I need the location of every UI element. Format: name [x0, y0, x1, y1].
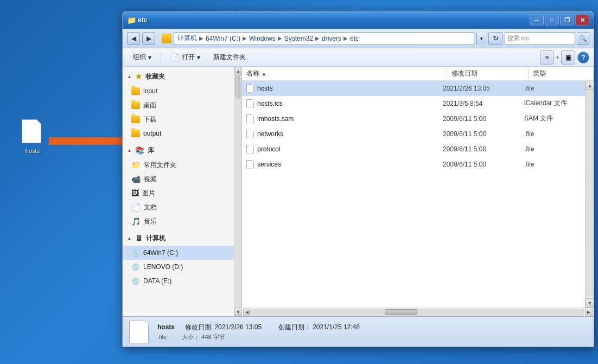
file-list-scrollbar[interactable]: ▲ ▼ [585, 81, 594, 308]
sidebar-item-drive-d-label: LENOVO (D:) [143, 263, 183, 271]
sidebar-scrollbar[interactable]: ▲ ▼ [234, 67, 241, 316]
file-icon-hosts-ics [246, 99, 254, 108]
status-info: hosts 修改日期: 2021/2/26 13:05 创建日期： 2021/1… [157, 323, 587, 341]
file-icon-services [246, 160, 254, 169]
status-filename: hosts [157, 323, 175, 331]
sidebar-item-input-label: input [143, 87, 157, 95]
drive-d-icon: 💿 [131, 263, 140, 271]
file-icon-protocol [246, 145, 254, 154]
sidebar-item-drive-e[interactable]: 💿 DATA (E:) [123, 274, 241, 288]
addr-windows[interactable]: Windows [249, 35, 276, 42]
address-dropdown-button[interactable]: ▾ [476, 33, 486, 44]
file-type-networks: .file [520, 130, 585, 138]
file-scroll-track[interactable] [586, 90, 594, 298]
sidebar-library-header[interactable]: ▲ 📚 库 [123, 143, 241, 158]
hscroll-right-button[interactable]: ▶ [585, 309, 593, 316]
file-type-protocol: .file [520, 145, 585, 153]
file-row-protocol[interactable]: protocol 2009/6/11 5:00 .file [242, 142, 585, 157]
sidebar-computer-label: 计算机 [146, 234, 166, 243]
sidebar-scroll-down[interactable]: ▼ [234, 308, 242, 316]
sidebar-item-common-folders[interactable]: 📁 常用文件夹 [123, 158, 241, 172]
sidebar-computer-header[interactable]: ▲ 🖥 计算机 [123, 231, 241, 246]
status-file-icon [129, 321, 149, 343]
file-date-services: 2009/6/11 5:00 [438, 161, 520, 168]
file-list-hscrollbar[interactable]: ◀ ▶ [242, 308, 594, 316]
common-folders-icon: 📁 [131, 161, 141, 169]
maximize-button[interactable]: ❐ [560, 15, 574, 25]
file-row-services[interactable]: services 2009/6/11 5:00 .file [242, 157, 585, 172]
col-header-date[interactable]: 修改日期 [447, 67, 529, 80]
col-header-type[interactable]: 类型 [529, 67, 594, 80]
documents-icon: 📄 [131, 203, 141, 212]
organize-button[interactable]: 组织 ▾ [127, 50, 157, 65]
sidebar-scroll-track[interactable] [234, 75, 241, 308]
status-bar: hosts 修改日期: 2021/2/26 13:05 创建日期： 2021/1… [123, 316, 594, 347]
status-size-value: 448 字节 [201, 334, 225, 340]
sidebar-item-drive-d[interactable]: 💿 LENOVO (D:) [123, 260, 241, 274]
refresh-button[interactable]: ↻ [488, 32, 502, 45]
sidebar-scroll-thumb[interactable] [235, 76, 240, 98]
sidebar-section-computer: ▲ 🖥 计算机 💿 64Win7 (C:) 💿 LENOVO (D:) 💿 [123, 231, 241, 288]
file-name-hosts: hosts [242, 84, 438, 93]
sidebar-item-pictures-label: 图片 [142, 189, 155, 198]
video-icon: 📹 [131, 175, 141, 183]
view-toggle-button[interactable]: ≡ [540, 50, 554, 65]
sidebar-item-pictures[interactable]: 🖼 图片 [123, 186, 241, 200]
file-row-hosts[interactable]: hosts 2021/2/26 13:05 .file [242, 81, 585, 96]
col-header-name[interactable]: 名称 ▲ [242, 67, 447, 80]
open-button[interactable]: 📄 打开 ▾ [164, 50, 206, 65]
hscroll-thumb[interactable] [385, 309, 417, 315]
addr-computer[interactable]: 计算机 [177, 34, 197, 43]
sidebar-item-common-folders-label: 常用文件夹 [144, 161, 176, 170]
file-name-protocol: protocol [242, 145, 438, 154]
title-bar-left: 📁 etc [127, 16, 530, 24]
addr-drive[interactable]: 64Win7 (C:) [206, 35, 240, 42]
sidebar-item-video[interactable]: 📹 视频 [123, 172, 241, 186]
preview-pane-button[interactable]: ▣ [561, 50, 575, 65]
sidebar-favorites-header[interactable]: ▲ ★ 收藏夹 [123, 69, 241, 84]
addr-drivers[interactable]: drivers [322, 35, 341, 42]
file-row-hosts-ics[interactable]: hosts.ics 2021/3/5 8:54 iCalendar 文件 [242, 96, 585, 111]
desktop-icon-hosts[interactable]: hosts [15, 119, 50, 154]
search-box[interactable]: 搜索 etc [505, 32, 575, 45]
favorites-label: 收藏夹 [145, 72, 165, 81]
file-row-lmhosts[interactable]: lmhosts.sam 2009/6/11 5:00 SAM 文件 [242, 111, 585, 126]
file-row-networks[interactable]: networks 2009/6/11 5:00 .file [242, 126, 585, 142]
sidebar-item-music[interactable]: 🎵 音乐 [123, 214, 241, 228]
sidebar-item-downloads[interactable]: 下载 [123, 112, 241, 126]
addr-etc[interactable]: etc [350, 35, 359, 42]
folder-icon-output [131, 130, 140, 137]
pictures-icon: 🖼 [131, 189, 139, 197]
file-date-lmhosts: 2009/6/11 5:00 [438, 115, 520, 123]
library-chevron: ▲ [127, 148, 132, 153]
addr-system32[interactable]: System32 [284, 35, 313, 42]
sidebar-item-drive-c[interactable]: 💿 64Win7 (C:) [123, 246, 241, 260]
restore-button[interactable]: □ [545, 15, 559, 25]
hscroll-track[interactable] [252, 309, 584, 316]
file-list-header: 名称 ▲ 修改日期 类型 [242, 67, 594, 81]
sidebar-item-music-label: 音乐 [144, 217, 157, 226]
hscroll-left-button[interactable]: ◀ [243, 309, 251, 316]
new-folder-button[interactable]: 新建文件夹 [207, 50, 252, 65]
sidebar-scroll-up[interactable]: ▲ [234, 67, 242, 75]
sidebar-library-label: 库 [148, 146, 154, 155]
sidebar-item-output[interactable]: output [123, 126, 241, 141]
sidebar: ▲ ★ 收藏夹 input 桌面 下载 [123, 67, 242, 316]
address-bar[interactable]: 计算机 ▶ 64Win7 (C:) ▶ Windows ▶ System32 ▶… [174, 32, 474, 45]
library-icon: 📚 [135, 146, 144, 155]
sidebar-item-documents[interactable]: 📄 文档 [123, 200, 241, 214]
toolbar-right: ≡ ▾ ▣ ? [540, 50, 589, 65]
sidebar-item-documents-label: 文档 [144, 203, 157, 212]
sidebar-item-drive-c-label: 64Win7 (C:) [143, 249, 178, 257]
file-scroll-down[interactable]: ▼ [586, 298, 594, 308]
close-button[interactable]: ✕ [575, 15, 589, 25]
back-button[interactable]: ◀ [127, 32, 140, 45]
minimize-button[interactable]: ─ [530, 15, 544, 25]
sidebar-item-desktop[interactable]: 桌面 [123, 98, 241, 112]
sidebar-item-input[interactable]: input [123, 84, 241, 98]
forward-button[interactable]: ▶ [142, 32, 155, 45]
search-button[interactable]: 🔍 [577, 32, 589, 45]
file-scroll-up[interactable]: ▲ [586, 81, 594, 90]
help-button[interactable]: ? [577, 52, 589, 63]
view-dropdown[interactable]: ▾ [556, 55, 559, 60]
